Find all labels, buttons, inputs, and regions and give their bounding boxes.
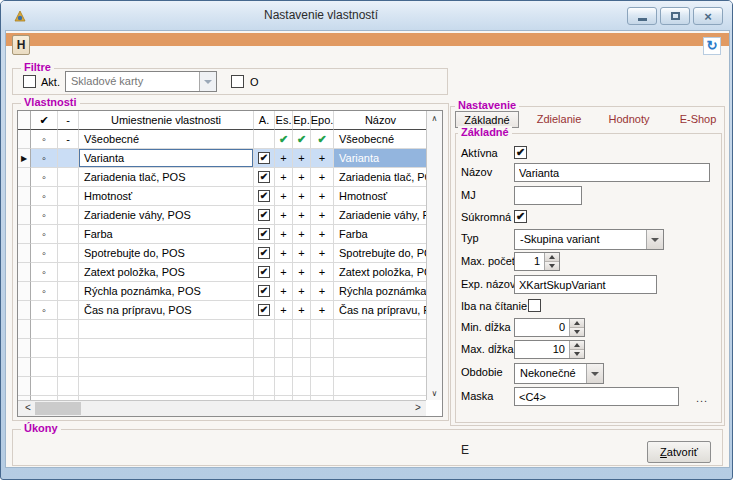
typ-select[interactable]: -Skupina variant <box>514 229 664 250</box>
spinner-down-button[interactable] <box>570 328 584 336</box>
scrollbar-thumb[interactable] <box>35 402 81 415</box>
row-selector-cell[interactable] <box>18 244 31 263</box>
a-checkbox[interactable]: ✔ <box>258 247 270 259</box>
scroll-left-icon[interactable]: < <box>20 401 36 416</box>
scroll-up-icon[interactable]: ∧ <box>427 112 442 126</box>
iba-na-citanie-checkbox[interactable]: ✔ <box>528 299 541 312</box>
row-marker: ◦ <box>31 244 58 263</box>
umiestnenie-cell[interactable]: Hmotnosť <box>79 187 254 206</box>
table-row[interactable]: ◦ - Všeobecné ✔ ✔ ✔ Všeobecné <box>18 130 428 149</box>
table-row[interactable]: ◦ Čas na prípravu, POS ✔ + + + Čas na pr… <box>18 301 428 320</box>
row-selector-cell[interactable]: ▶ <box>18 149 31 168</box>
field-obdobie: Obdobie Nekonečné <box>456 363 721 383</box>
actions-group: Úkony <box>12 429 723 466</box>
a-checkbox[interactable]: ✔ <box>258 152 270 164</box>
field-min-dlzka: Min. dĺžka 0 <box>456 318 721 338</box>
row-selector-cell[interactable] <box>18 130 31 149</box>
row-selector-cell[interactable] <box>18 168 31 187</box>
tab-eshop[interactable]: E-Shop <box>666 111 730 128</box>
spinner-down-button[interactable] <box>570 350 584 358</box>
min-dlzka-spinner[interactable]: 0 <box>514 318 585 337</box>
table-body: ◦ - Všeobecné ✔ ✔ ✔ Všeobecné ▶ ◦ Varian… <box>18 130 428 402</box>
tab-zdielanie[interactable]: Zdielanie <box>527 111 591 128</box>
maska-ellipsis-button[interactable]: ... <box>696 392 708 404</box>
row-selector-cell[interactable] <box>18 263 31 282</box>
scroll-down-icon[interactable]: ∨ <box>427 387 442 401</box>
spinner-down-button[interactable] <box>545 262 559 270</box>
scroll-right-icon[interactable]: > <box>410 401 426 416</box>
umiestnenie-cell[interactable]: Zatext položka, POS <box>79 263 254 282</box>
triangle-up-icon <box>574 343 580 347</box>
a-checkbox[interactable]: ✔ <box>258 190 270 202</box>
umiestnenie-cell[interactable]: Zariadenia tlač, POS <box>79 168 254 187</box>
typ-dropdown-button[interactable] <box>646 230 663 249</box>
umiestnenie-cell[interactable]: Všeobecné <box>79 130 254 149</box>
row-selector-cell[interactable] <box>18 282 31 301</box>
nazov-cell: Farba <box>334 225 428 244</box>
o-checkbox[interactable]: ✔ <box>231 75 244 88</box>
table-row[interactable]: ◦ Hmotnosť ✔ + + + Hmotnosť <box>18 187 428 206</box>
horizontal-scrollbar[interactable]: < > <box>18 400 428 416</box>
row-selector-cell[interactable] <box>18 225 31 244</box>
a-cell: ✔ <box>254 225 275 244</box>
sukromna-checkbox[interactable]: ✔ <box>514 210 527 223</box>
a-checkbox[interactable]: ✔ <box>258 304 270 316</box>
header-a: A. <box>254 111 275 130</box>
row-dash <box>58 187 79 206</box>
table-row[interactable]: ◦ Rýchla poznámka, POS ✔ + + + Rýchla po… <box>18 282 428 301</box>
nazov-input[interactable] <box>514 163 710 182</box>
close-window-button[interactable]: × <box>693 7 723 25</box>
row-dash <box>58 149 79 168</box>
a-checkbox[interactable]: ✔ <box>258 266 270 278</box>
spinner-up-button[interactable] <box>570 319 584 328</box>
accent-bar <box>6 33 729 46</box>
row-selector-cell[interactable] <box>18 187 31 206</box>
ep-plus-icon: + <box>293 301 311 320</box>
table-row-selected[interactable]: ▶ ◦ Varianta ✔ + + + Varianta <box>18 149 428 168</box>
table-row[interactable]: ◦ Zariadenia tlač, POS ✔ + + + Zariadeni… <box>18 168 428 187</box>
refresh-button[interactable]: ↻ <box>703 37 721 55</box>
akt-checkbox[interactable]: ✔ <box>23 75 36 88</box>
minimize-button[interactable] <box>627 7 657 25</box>
umiestnenie-cell[interactable]: Zariadenie váhy, POS <box>79 206 254 225</box>
ep-plus-icon: + <box>293 244 311 263</box>
spinner-up-button[interactable] <box>570 341 584 350</box>
table-row[interactable]: ◦ Zariadenie váhy, POS ✔ + + + Zariadeni… <box>18 206 428 225</box>
a-cell: ✔ <box>254 168 275 187</box>
row-selector-cell[interactable] <box>18 206 31 225</box>
category-dropdown-button[interactable] <box>199 72 216 91</box>
vertical-scrollbar[interactable]: ∧ ∨ <box>426 111 442 402</box>
aktivna-label: Aktívna <box>461 147 498 159</box>
max-pocet-spinner[interactable]: 1 <box>514 252 560 271</box>
a-checkbox[interactable]: ✔ <box>258 285 270 297</box>
table-row[interactable]: ◦ Spotrebujte do, POS ✔ + + + Spotrebujt… <box>18 244 428 263</box>
close-dialog-button[interactable]: Zatvoriť <box>647 441 711 463</box>
maska-input[interactable] <box>514 387 679 406</box>
aktivna-checkbox[interactable]: ✔ <box>514 146 527 159</box>
umiestnenie-cell[interactable]: Farba <box>79 225 254 244</box>
umiestnenie-editor-cell[interactable]: Varianta <box>79 149 254 168</box>
a-checkbox[interactable]: ✔ <box>258 228 270 240</box>
maximize-button[interactable] <box>660 7 690 25</box>
obdobie-dropdown-button[interactable] <box>586 364 603 383</box>
field-aktivna: Aktívna ✔ <box>456 144 721 164</box>
table-row[interactable]: ◦ Zatext položka, POS ✔ + + + Zatext pol… <box>18 263 428 282</box>
a-checkbox[interactable]: ✔ <box>258 209 270 221</box>
umiestnenie-cell[interactable]: Čas na prípravu, POS <box>79 301 254 320</box>
a-cell: ✔ <box>254 301 275 320</box>
umiestnenie-cell[interactable]: Spotrebujte do, POS <box>79 244 254 263</box>
category-select[interactable]: Skladové karty <box>65 71 217 92</box>
h-button[interactable]: H <box>12 35 30 55</box>
max-dlzka-spinner[interactable]: 10 <box>514 340 585 359</box>
a-checkbox[interactable]: ✔ <box>258 171 270 183</box>
ep-check-icon: ✔ <box>293 130 311 149</box>
exp-nazov-input[interactable] <box>514 275 657 294</box>
table-row[interactable]: ◦ Farba ✔ + + + Farba <box>18 225 428 244</box>
spinner-up-button[interactable] <box>545 253 559 262</box>
mj-input[interactable] <box>514 186 582 205</box>
obdobie-select[interactable]: Nekonečné <box>514 363 604 384</box>
properties-legend: Vlastnosti <box>21 96 80 108</box>
row-selector-cell[interactable] <box>18 301 31 320</box>
umiestnenie-cell[interactable]: Rýchla poznámka, POS <box>79 282 254 301</box>
tab-hodnoty[interactable]: Hodnoty <box>597 111 661 128</box>
